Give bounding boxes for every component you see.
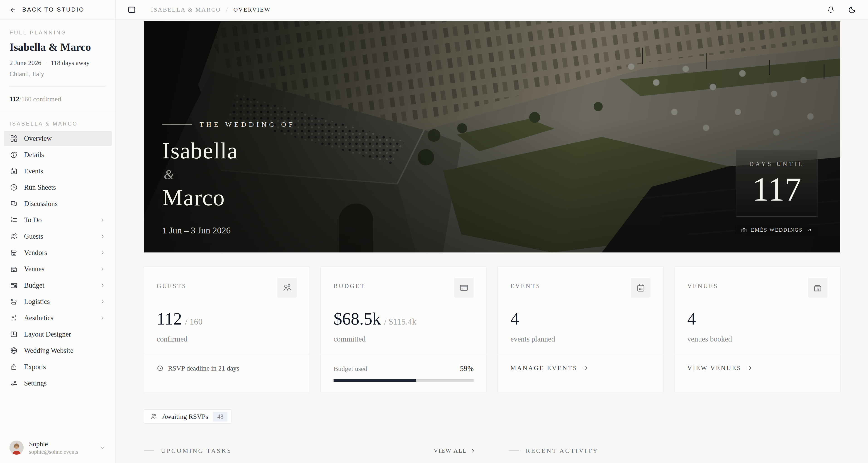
budget-card: BUDGET $68.5k / $115.4k committed Budget…	[321, 266, 487, 392]
topbar: ISABELLA & MARCO / OVERVIEW	[116, 0, 868, 20]
chevron-right-icon	[99, 283, 105, 288]
chevron-right-icon	[99, 299, 105, 305]
bell-icon[interactable]	[827, 6, 835, 14]
guests-total: / 160	[185, 317, 203, 327]
wallet-icon	[10, 282, 18, 289]
sidebar-item-label: Discussions	[24, 200, 58, 208]
moon-icon[interactable]	[848, 6, 856, 14]
sidebar-item-label: Vendors	[24, 249, 47, 257]
back-to-studio-button[interactable]: BACK TO STUDIO	[0, 0, 116, 20]
rsvp-deadline-text: RSVP deadline in 21 days	[168, 364, 239, 372]
sidebar-item-venues[interactable]: Venues	[4, 262, 112, 276]
breadcrumb-separator: /	[226, 6, 228, 13]
manage-events-label: MANAGE EVENTS	[510, 364, 578, 372]
view-venues-link[interactable]: VIEW VENUES	[687, 364, 828, 372]
budget-sub: committed	[334, 335, 474, 343]
sidebar-item-vendors[interactable]: Vendors	[4, 245, 112, 260]
confirmed-label: confirmed	[32, 95, 61, 103]
clock-icon	[157, 365, 163, 372]
breadcrumb-current: OVERVIEW	[234, 6, 271, 13]
chevron-down-icon	[99, 444, 106, 451]
budget-used-percent: 59%	[460, 364, 474, 373]
chevron-right-icon	[99, 217, 105, 223]
guests-card: GUESTS 112 / 160 confirmed RSVP deadli	[144, 266, 310, 392]
user-menu[interactable]: Sophie sophie@sohne.events	[0, 432, 116, 463]
view-all-link[interactable]: VIEW ALL	[434, 448, 476, 454]
breadcrumb: ISABELLA & MARCO / OVERVIEW	[151, 6, 271, 13]
project-summary: FULL PLANNING Isabella & Marco 2 June 20…	[0, 20, 116, 112]
events-value: 4	[510, 309, 519, 329]
bottom-grid: UPCOMING TASKS VIEW ALL Finalise seating…	[144, 447, 840, 463]
venues-card-label: VENUES	[687, 283, 718, 290]
sidebar-item-aesthetics[interactable]: Aesthetics	[4, 310, 112, 325]
guests-sub: confirmed	[157, 335, 297, 343]
arrow-right-icon	[746, 365, 752, 371]
sidebar-item-events[interactable]: Events	[4, 164, 112, 178]
rsvp-deadline: RSVP deadline in 21 days	[157, 364, 297, 372]
view-all-label: VIEW ALL	[434, 448, 467, 454]
hero-date-range: 1 Jun – 3 Jun 2026	[162, 225, 295, 236]
sidebar-item-details[interactable]: Details	[4, 147, 112, 162]
people-icon	[10, 233, 18, 240]
upcoming-tasks-section: UPCOMING TASKS VIEW ALL Finalise seating…	[144, 447, 476, 463]
photo-credit-link[interactable]: EMÈS WEDDINGS	[735, 225, 818, 235]
budget-value: $68.5k	[334, 309, 381, 329]
confirmed-count: 112	[9, 95, 19, 103]
sidebar-item-label: Venues	[24, 265, 44, 273]
upcoming-tasks-header: UPCOMING TASKS	[161, 447, 232, 454]
sidebar-toggle-icon[interactable]	[127, 5, 136, 14]
info-icon	[10, 151, 18, 159]
budget-card-label: BUDGET	[334, 283, 365, 290]
sidebar-item-wedding-website[interactable]: Wedding Website	[4, 343, 112, 358]
chat-bubbles-icon	[10, 200, 18, 207]
events-card: EVENTS 4 events planned MANAGE EVENTS	[497, 266, 663, 392]
sidebar-item-exports[interactable]: Exports	[4, 359, 112, 374]
awaiting-rsvps-count: 48	[213, 412, 227, 422]
sidebar-item-to-do[interactable]: To Do	[4, 212, 112, 228]
export-icon	[10, 363, 18, 371]
sidebar-item-overview[interactable]: Overview	[4, 131, 112, 146]
sliders-icon	[10, 379, 18, 387]
camera-icon	[741, 227, 747, 233]
sidebar: BACK TO STUDIO FULL PLANNING Isabella & …	[0, 0, 116, 463]
photo-credit-label: EMÈS WEDDINGS	[751, 227, 803, 233]
numbered-list-icon	[10, 216, 18, 224]
arrow-left-icon	[9, 6, 16, 13]
chevron-right-icon	[99, 315, 105, 321]
sidebar-item-label: Events	[24, 167, 43, 175]
sidebar-item-label: Wedding Website	[24, 346, 73, 355]
chevron-right-icon	[470, 448, 476, 454]
hero-title-block: THE WEDDING OF Isabella & Marco 1 Jun – …	[162, 121, 295, 236]
hero-ampersand: &	[164, 167, 295, 183]
breadcrumb-parent[interactable]: ISABELLA & MARCO	[151, 6, 221, 13]
sidebar-item-guests[interactable]: Guests	[4, 229, 112, 244]
arrow-up-right-icon	[807, 228, 812, 233]
wedding-location: Chianti, Italy	[9, 70, 106, 78]
budget-progress-fill	[334, 379, 416, 382]
sidebar-item-budget[interactable]: Budget	[4, 278, 112, 293]
sidebar-item-run-sheets[interactable]: Run Sheets	[4, 180, 112, 195]
venues-sub: venues booked	[687, 335, 828, 343]
couple-name: Isabella & Marco	[9, 41, 106, 53]
sidebar-item-logistics[interactable]: Logistics	[4, 294, 112, 309]
venues-value: 4	[687, 309, 696, 329]
venues-card: VENUES 4 venues booked VIEW VENUES	[674, 266, 840, 392]
sidebar-item-settings[interactable]: Settings	[4, 376, 112, 391]
calendar-icon	[631, 278, 651, 298]
awaiting-rsvps-chip[interactable]: Awaiting RSVPs 48	[144, 409, 232, 424]
days-until-label: DAYS UNTIL	[749, 161, 805, 167]
sidebar-item-discussions[interactable]: Discussions	[4, 196, 112, 211]
wedding-date: 2 June 2026	[9, 59, 41, 67]
manage-events-link[interactable]: MANAGE EVENTS	[510, 364, 651, 372]
sidebar-item-label: To Do	[24, 216, 42, 224]
main-area: ISABELLA & MARCO / OVERVIEW	[116, 0, 868, 463]
eyebrow-rule	[162, 124, 192, 125]
awaiting-rsvps-label: Awaiting RSVPs	[162, 413, 208, 420]
confirmed-summary: 112/160 confirmed	[9, 95, 106, 103]
sidebar-item-layout-designer[interactable]: Layout Designer	[4, 327, 112, 342]
hero-eyebrow: THE WEDDING OF	[199, 121, 295, 128]
building-icon	[808, 278, 828, 298]
route-icon	[10, 298, 18, 305]
budget-used-label: Budget used	[334, 365, 367, 372]
layout-icon	[10, 330, 18, 338]
